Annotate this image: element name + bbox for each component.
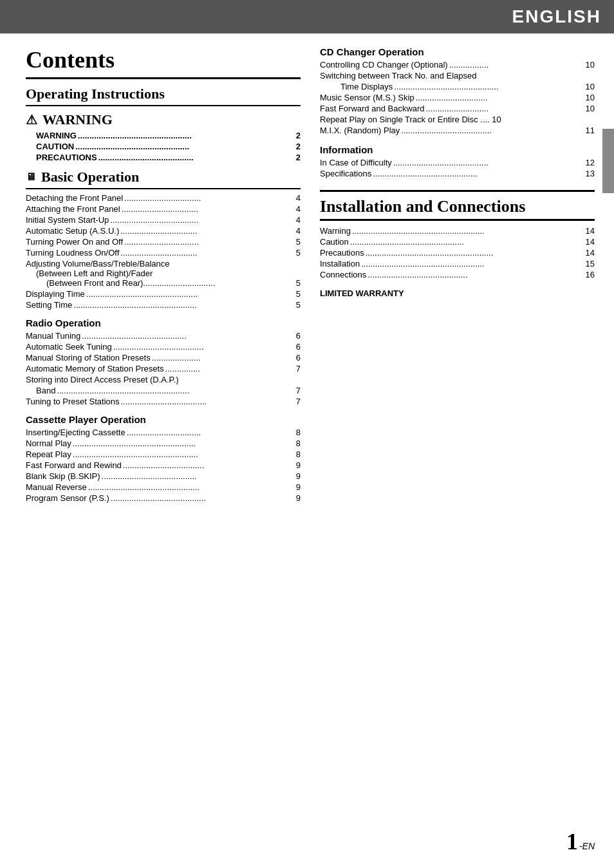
page-number-suffix: -EN — [579, 841, 595, 851]
page-number-container: 1 -EN — [566, 828, 595, 855]
toc-caution-install: Caution ................................… — [320, 237, 595, 247]
toc-connections: Connections ............................… — [320, 270, 595, 279]
page-content: Contents Operating Instructions ⚠ WARNIN… — [0, 33, 614, 530]
warning-icon: ⚠ — [26, 112, 37, 127]
toc-warning: WARNING ................................… — [26, 131, 301, 140]
toc-in-case-difficulty: In Case of Difficulty ..................… — [320, 158, 595, 167]
toc-attach: Attaching the Front Panel ..............… — [26, 204, 301, 214]
toc-switching-track: Switching between Track No. and Elapsed — [320, 71, 595, 80]
toc-volume: Adjusting Volume/Bass/Treble/Balance (Be… — [26, 259, 301, 288]
toc-manual-store: Manual Storing of Station Presets ......… — [26, 353, 301, 363]
toc-tuning-preset: Tuning to Preset Stations ..............… — [26, 397, 301, 406]
gray-tab — [602, 129, 614, 193]
basic-op-icon: 🖥 — [26, 171, 36, 183]
toc-time-displays: Time Displays ..........................… — [320, 82, 595, 91]
divider-1 — [26, 105, 301, 106]
toc-power: Turning Power On and Off ...............… — [26, 237, 301, 247]
page-number: 1 — [566, 828, 578, 855]
toc-caution: CAUTION ................................… — [26, 142, 301, 151]
toc-insert-eject: Inserting/Ejecting Cassette ............… — [26, 428, 301, 437]
toc-display-time: Displaying Time ........................… — [26, 289, 301, 299]
toc-blank-skip: Blank Skip (B.SKIP) ....................… — [26, 471, 301, 481]
operating-instructions-heading: Operating Instructions — [26, 86, 301, 102]
toc-auto-memory: Automatic Memory of Station Presets ....… — [26, 364, 301, 373]
toc-music-sensor: Music Sensor (M.S.) Skip ...............… — [320, 93, 595, 102]
radio-operation-heading: Radio Operation — [26, 317, 301, 328]
header-label: ENGLISH — [512, 6, 601, 26]
header-bar: ENGLISH — [0, 0, 614, 33]
toc-specifications: Specifications .........................… — [320, 169, 595, 178]
toc-auto-setup: Automatic Setup (A.S.U.) ...............… — [26, 226, 301, 236]
toc-precautions: PRECAUTIONS ............................… — [26, 153, 301, 162]
toc-precautions-install: Precautions ............................… — [320, 248, 595, 258]
toc-controlling-cd: Controlling CD Changer (Optional) ......… — [320, 60, 595, 70]
toc-detach: Detaching the Front Panel ..............… — [26, 193, 301, 203]
warning-heading: ⚠ WARNING — [26, 111, 301, 128]
toc-set-time: Setting Time ...........................… — [26, 300, 301, 310]
toc-auto-seek: Automatic Seek Tuning ..................… — [26, 342, 301, 352]
toc-manual-reverse: Manual Reverse .........................… — [26, 482, 301, 492]
divider-install — [320, 190, 595, 192]
toc-manual-tuning: Manual Tuning ..........................… — [26, 331, 301, 341]
toc-repeat-play: Repeat Play ............................… — [26, 449, 301, 459]
toc-installation: Installation ...........................… — [320, 259, 595, 269]
limited-warranty-label: LIMITED WARRANTY — [320, 288, 595, 298]
contents-title: Contents — [26, 46, 301, 79]
installation-title: Installation and Connections — [320, 197, 595, 221]
toc-warning-install: Warning ................................… — [320, 226, 595, 236]
toc-repeat-single: Repeat Play on Single Track or Entire Di… — [320, 115, 595, 124]
toc-direct-access: Storing into Direct Access Preset (D.A.P… — [26, 375, 301, 384]
toc-program-sensor: Program Sensor (P.S.) ..................… — [26, 493, 301, 503]
toc-initial-start: Initial System Start-Up ................… — [26, 215, 301, 225]
toc-loudness: Turning Loudness On/Off ................… — [26, 248, 301, 258]
cassette-player-heading: Cassette Player Operation — [26, 414, 301, 425]
toc-fast-fwd-backward: Fast Forward and Backward ..............… — [320, 104, 595, 113]
right-column: CD Changer Operation Controlling CD Chan… — [320, 46, 595, 504]
information-heading: Information — [320, 144, 595, 155]
divider-2 — [26, 188, 301, 189]
basic-operation-heading: 🖥 Basic Operation — [26, 169, 301, 185]
toc-mix-play: M.I.X. (Random) Play ...................… — [320, 126, 595, 135]
cd-changer-heading: CD Changer Operation — [320, 46, 595, 57]
toc-fast-fwd-rewind: Fast Forward and Rewind ................… — [26, 460, 301, 470]
left-column: Contents Operating Instructions ⚠ WARNIN… — [26, 46, 301, 504]
toc-normal-play: Normal Play ............................… — [26, 439, 301, 448]
toc-band: Band ...................................… — [26, 386, 301, 395]
